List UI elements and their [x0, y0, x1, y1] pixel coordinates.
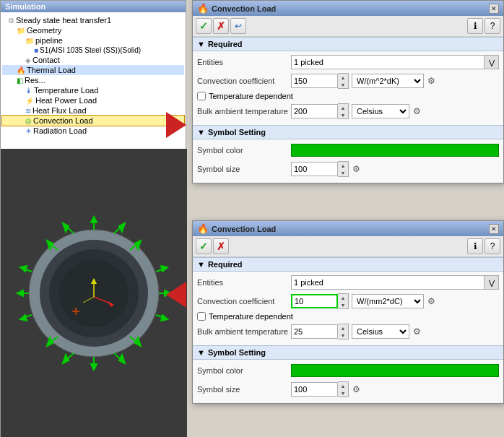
svg-marker-29 — [17, 290, 23, 296]
symbol-color-bar-lower[interactable] — [291, 364, 499, 377]
back-button-upper[interactable]: ↩ — [230, 18, 246, 34]
convection-coeff-icon-upper[interactable]: ⚙ — [424, 74, 438, 88]
symbol-size-icon-lower[interactable]: ⚙ — [349, 382, 363, 397]
3d-model-container — [14, 214, 173, 373]
convection-coeff-input-lower[interactable] — [291, 294, 338, 308]
triangle-symbol-upper: ▼ — [197, 128, 205, 137]
temp-dependent-row-lower: Temperature dependent — [197, 312, 499, 321]
toolbar-right-upper: ℹ ? — [467, 18, 500, 34]
symbol-size-label-lower: Symbol size — [197, 385, 291, 394]
convection-coeff-input-upper[interactable] — [291, 74, 338, 88]
convection-icon-title: 🔥 — [197, 3, 209, 14]
temp-dependent-checkbox-lower[interactable] — [197, 312, 206, 321]
info-button-upper[interactable]: ℹ — [467, 18, 483, 34]
tree-item-radiation[interactable]: ☀ Radiation Load — [2, 126, 184, 136]
ok-button-upper[interactable]: ✓ — [196, 18, 212, 34]
cancel-button-upper[interactable]: ✗ — [213, 18, 229, 34]
convection-unit-select-upper[interactable]: W/(m^2*dK) W/(mm2*dC) — [352, 74, 424, 88]
required-section-lower: ▼ Required — [193, 257, 503, 272]
bulk-temp-unit-lower[interactable]: Celsius Kelvin — [352, 324, 409, 339]
folder-icon: 📁 — [25, 37, 34, 45]
convection-coeff-up-upper[interactable]: ▲ — [338, 74, 348, 81]
bulk-temp-unit-upper[interactable]: Celsius Kelvin — [352, 104, 409, 118]
symbol-size-down-lower[interactable]: ▼ — [338, 389, 348, 397]
convection-coeff-icon-lower[interactable]: ⚙ — [424, 294, 438, 308]
symbol-size-arrows-upper: ▲ ▼ — [338, 161, 349, 177]
tree-area: ⚙ Steady state heat transfer1 📁 Geometry… — [1, 12, 186, 157]
symbol-size-icon-upper[interactable]: ⚙ — [349, 162, 363, 176]
symbol-size-up-lower[interactable]: ▲ — [338, 382, 348, 389]
symbol-size-spinner-upper: ▲ ▼ — [291, 161, 349, 177]
thermal-icon: 🔥 — [17, 66, 25, 74]
help-button-lower[interactable]: ? — [485, 238, 500, 254]
svg-marker-7 — [119, 223, 125, 232]
tree-item-geometry[interactable]: 📁 Geometry — [2, 25, 184, 35]
bulk-temp-up-upper[interactable]: ▲ — [338, 104, 348, 111]
convection-coeff-down-upper[interactable]: ▼ — [338, 81, 348, 88]
bulk-temp-down-upper[interactable]: ▼ — [338, 111, 348, 118]
cancel-button-lower[interactable]: ✗ — [213, 238, 229, 254]
tree-item-convection[interactable]: ◎ Convection Load — [2, 116, 184, 126]
gear-icon: ⚙ — [8, 17, 14, 25]
tree-item-heatpower[interactable]: ⚡ Heat Power Load — [2, 95, 184, 105]
entities-input-upper[interactable] — [291, 55, 485, 69]
convection-coeff-arrows-upper: ▲ ▼ — [338, 73, 349, 89]
simulation-panel: Simulation ⚙ Steady state heat transfer1… — [0, 0, 186, 437]
bulk-temp-up-lower[interactable]: ▲ — [338, 324, 348, 332]
symbol-size-row-upper: Symbol size ▲ ▼ ⚙ — [197, 161, 499, 177]
temp-dependent-label-upper: Temperature dependent — [209, 92, 293, 100]
tree-label-material: S1(AISI 1035 Steel (SS))(Solid) — [40, 46, 141, 54]
tree-item-thermal[interactable]: 🔥 Thermal Load — [2, 65, 184, 75]
dialog-lower-close[interactable]: ✕ — [489, 224, 499, 234]
entities-chevron-upper[interactable]: ⋁ — [485, 55, 499, 69]
convection-coeff-down-lower[interactable]: ▼ — [338, 301, 348, 308]
dialog-lower-title-text: Convection Load — [212, 225, 276, 233]
tree-item-material[interactable]: ■ S1(AISI 1035 Steel (SS))(Solid) — [2, 46, 184, 55]
svg-marker-35 — [63, 223, 69, 232]
bulk-temp-input-lower[interactable] — [291, 324, 338, 339]
tree-label-heatflux: Heat Flux Load — [32, 106, 87, 115]
svg-marker-5 — [91, 217, 97, 222]
info-button-lower[interactable]: ℹ — [467, 238, 483, 254]
bulk-temp-label-upper: Bulk ambient temperature — [197, 107, 291, 116]
help-button-upper[interactable]: ? — [485, 18, 500, 34]
symbol-content-upper: Symbol color Symbol size ▲ ▼ ⚙ — [193, 139, 503, 183]
convection-coeff-label-lower: Convection coefficient — [197, 297, 291, 306]
bulk-temp-icon-lower[interactable]: ⚙ — [409, 324, 424, 339]
residual-icon: ◧ — [17, 77, 23, 85]
entities-input-lower[interactable] — [291, 275, 485, 290]
entities-row-lower: Entities ⋁ — [197, 274, 499, 290]
convection-coeff-spinner-lower: ▲ ▼ — [291, 293, 349, 309]
tree-label-temp: Temperature Load — [34, 86, 98, 95]
tree-item-temp[interactable]: 🌡 Temperature Load — [2, 85, 184, 95]
symbol-size-arrows-lower: ▲ ▼ — [338, 381, 349, 397]
symbol-size-input-upper[interactable] — [291, 162, 338, 176]
tree-item-pipeline[interactable]: 📁 pipeline — [2, 35, 184, 46]
dialog-upper-close[interactable]: ✕ — [489, 4, 499, 14]
symbol-color-bar-upper[interactable] — [291, 144, 499, 157]
symbol-size-down-upper[interactable]: ▼ — [338, 169, 348, 176]
ok-button-lower[interactable]: ✓ — [196, 238, 212, 254]
entities-chevron-lower[interactable]: ⋁ — [485, 275, 499, 290]
contact-icon: ◈ — [25, 56, 31, 64]
tree-item-contact[interactable]: ◈ Contact — [2, 55, 184, 65]
tree-item-heatflux[interactable]: ≋ Heat Flux Load — [2, 105, 184, 116]
tree-item-residual[interactable]: ◧ Res... — [2, 75, 184, 85]
bulk-temp-down-lower[interactable]: ▼ — [338, 332, 348, 339]
symbol-size-up-upper[interactable]: ▲ — [338, 162, 348, 169]
entities-label-upper: Entities — [197, 58, 291, 66]
tree-label-convection: Convection Load — [33, 116, 93, 125]
symbol-size-input-lower[interactable] — [291, 382, 338, 397]
bulk-temp-input-upper[interactable] — [291, 104, 338, 118]
bulk-temp-icon-upper[interactable]: ⚙ — [409, 104, 424, 118]
bulk-temp-spinner-lower: ▲ ▼ — [291, 324, 349, 339]
required-label-lower: Required — [208, 260, 243, 269]
convection-coeff-up-lower[interactable]: ▲ — [338, 294, 348, 301]
temp-dependent-row-upper: Temperature dependent — [197, 92, 499, 100]
dialog-upper-toolbar: ✓ ✗ ↩ ℹ ? — [193, 16, 503, 37]
convection-unit-select-lower[interactable]: W/(mm2*dC) W/(m^2*dK) — [352, 294, 424, 308]
temp-dependent-checkbox-upper[interactable] — [197, 92, 206, 100]
triangle-symbol-lower: ▼ — [197, 348, 205, 357]
symbol-content-lower: Symbol color Symbol size ▲ ▼ ⚙ — [193, 360, 503, 403]
tree-item-steady[interactable]: ⚙ Steady state heat transfer1 — [2, 15, 184, 25]
